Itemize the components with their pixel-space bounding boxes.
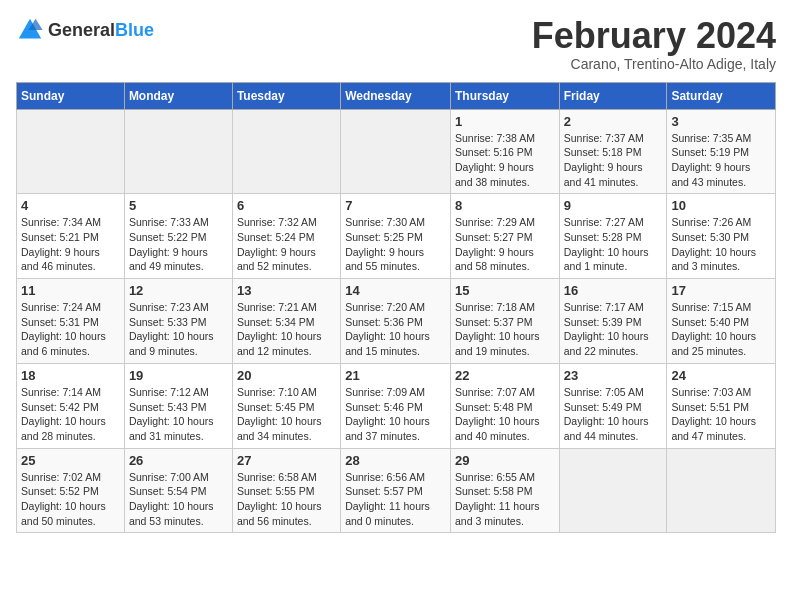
logo[interactable]: GeneralBlue	[16, 16, 154, 44]
calendar-cell: 29Sunrise: 6:55 AM Sunset: 5:58 PM Dayli…	[450, 448, 559, 533]
calendar-cell: 8Sunrise: 7:29 AM Sunset: 5:27 PM Daylig…	[450, 194, 559, 279]
calendar-week-5: 25Sunrise: 7:02 AM Sunset: 5:52 PM Dayli…	[17, 448, 776, 533]
day-info: Sunrise: 7:35 AM Sunset: 5:19 PM Dayligh…	[671, 131, 771, 190]
day-info: Sunrise: 7:09 AM Sunset: 5:46 PM Dayligh…	[345, 385, 446, 444]
calendar-cell: 21Sunrise: 7:09 AM Sunset: 5:46 PM Dayli…	[341, 363, 451, 448]
calendar-cell: 11Sunrise: 7:24 AM Sunset: 5:31 PM Dayli…	[17, 279, 125, 364]
calendar-cell: 22Sunrise: 7:07 AM Sunset: 5:48 PM Dayli…	[450, 363, 559, 448]
day-number: 24	[671, 368, 771, 383]
day-number: 15	[455, 283, 555, 298]
calendar-week-1: 1Sunrise: 7:38 AM Sunset: 5:16 PM Daylig…	[17, 109, 776, 194]
day-info: Sunrise: 7:27 AM Sunset: 5:28 PM Dayligh…	[564, 215, 663, 274]
logo-icon	[16, 16, 44, 44]
day-number: 22	[455, 368, 555, 383]
calendar-cell	[667, 448, 776, 533]
day-number: 6	[237, 198, 336, 213]
day-info: Sunrise: 7:07 AM Sunset: 5:48 PM Dayligh…	[455, 385, 555, 444]
calendar-cell: 23Sunrise: 7:05 AM Sunset: 5:49 PM Dayli…	[559, 363, 667, 448]
calendar-week-4: 18Sunrise: 7:14 AM Sunset: 5:42 PM Dayli…	[17, 363, 776, 448]
location: Carano, Trentino-Alto Adige, Italy	[532, 56, 776, 72]
calendar-cell: 9Sunrise: 7:27 AM Sunset: 5:28 PM Daylig…	[559, 194, 667, 279]
header-cell-sunday: Sunday	[17, 82, 125, 109]
day-info: Sunrise: 7:24 AM Sunset: 5:31 PM Dayligh…	[21, 300, 120, 359]
calendar-header: SundayMondayTuesdayWednesdayThursdayFrid…	[17, 82, 776, 109]
day-info: Sunrise: 7:20 AM Sunset: 5:36 PM Dayligh…	[345, 300, 446, 359]
day-number: 19	[129, 368, 228, 383]
calendar-week-2: 4Sunrise: 7:34 AM Sunset: 5:21 PM Daylig…	[17, 194, 776, 279]
calendar-cell: 17Sunrise: 7:15 AM Sunset: 5:40 PM Dayli…	[667, 279, 776, 364]
day-number: 17	[671, 283, 771, 298]
calendar-cell	[232, 109, 340, 194]
day-info: Sunrise: 7:00 AM Sunset: 5:54 PM Dayligh…	[129, 470, 228, 529]
day-info: Sunrise: 7:34 AM Sunset: 5:21 PM Dayligh…	[21, 215, 120, 274]
day-number: 9	[564, 198, 663, 213]
day-info: Sunrise: 7:33 AM Sunset: 5:22 PM Dayligh…	[129, 215, 228, 274]
day-info: Sunrise: 7:21 AM Sunset: 5:34 PM Dayligh…	[237, 300, 336, 359]
day-number: 13	[237, 283, 336, 298]
calendar-cell: 3Sunrise: 7:35 AM Sunset: 5:19 PM Daylig…	[667, 109, 776, 194]
header-cell-friday: Friday	[559, 82, 667, 109]
day-number: 10	[671, 198, 771, 213]
month-year: February 2024	[532, 16, 776, 56]
day-number: 21	[345, 368, 446, 383]
calendar-cell: 18Sunrise: 7:14 AM Sunset: 5:42 PM Dayli…	[17, 363, 125, 448]
day-number: 12	[129, 283, 228, 298]
logo-text: GeneralBlue	[48, 20, 154, 41]
day-number: 7	[345, 198, 446, 213]
day-info: Sunrise: 7:15 AM Sunset: 5:40 PM Dayligh…	[671, 300, 771, 359]
header-cell-tuesday: Tuesday	[232, 82, 340, 109]
page-header: GeneralBlue February 2024 Carano, Trenti…	[16, 16, 776, 72]
calendar-cell: 12Sunrise: 7:23 AM Sunset: 5:33 PM Dayli…	[124, 279, 232, 364]
calendar-cell: 20Sunrise: 7:10 AM Sunset: 5:45 PM Dayli…	[232, 363, 340, 448]
day-info: Sunrise: 7:30 AM Sunset: 5:25 PM Dayligh…	[345, 215, 446, 274]
calendar-cell: 2Sunrise: 7:37 AM Sunset: 5:18 PM Daylig…	[559, 109, 667, 194]
day-info: Sunrise: 7:37 AM Sunset: 5:18 PM Dayligh…	[564, 131, 663, 190]
day-info: Sunrise: 7:18 AM Sunset: 5:37 PM Dayligh…	[455, 300, 555, 359]
calendar-cell	[559, 448, 667, 533]
header-cell-thursday: Thursday	[450, 82, 559, 109]
header-cell-wednesday: Wednesday	[341, 82, 451, 109]
calendar-cell: 24Sunrise: 7:03 AM Sunset: 5:51 PM Dayli…	[667, 363, 776, 448]
header-row: SundayMondayTuesdayWednesdayThursdayFrid…	[17, 82, 776, 109]
calendar-cell: 15Sunrise: 7:18 AM Sunset: 5:37 PM Dayli…	[450, 279, 559, 364]
day-number: 16	[564, 283, 663, 298]
day-number: 18	[21, 368, 120, 383]
day-number: 4	[21, 198, 120, 213]
calendar-cell: 13Sunrise: 7:21 AM Sunset: 5:34 PM Dayli…	[232, 279, 340, 364]
calendar-cell	[124, 109, 232, 194]
day-number: 29	[455, 453, 555, 468]
day-info: Sunrise: 7:38 AM Sunset: 5:16 PM Dayligh…	[455, 131, 555, 190]
day-info: Sunrise: 6:58 AM Sunset: 5:55 PM Dayligh…	[237, 470, 336, 529]
calendar-cell: 26Sunrise: 7:00 AM Sunset: 5:54 PM Dayli…	[124, 448, 232, 533]
header-cell-saturday: Saturday	[667, 82, 776, 109]
day-info: Sunrise: 7:26 AM Sunset: 5:30 PM Dayligh…	[671, 215, 771, 274]
calendar-cell: 25Sunrise: 7:02 AM Sunset: 5:52 PM Dayli…	[17, 448, 125, 533]
day-number: 23	[564, 368, 663, 383]
day-number: 5	[129, 198, 228, 213]
calendar-cell	[341, 109, 451, 194]
calendar-cell: 10Sunrise: 7:26 AM Sunset: 5:30 PM Dayli…	[667, 194, 776, 279]
day-info: Sunrise: 7:23 AM Sunset: 5:33 PM Dayligh…	[129, 300, 228, 359]
calendar-cell	[17, 109, 125, 194]
calendar-cell: 14Sunrise: 7:20 AM Sunset: 5:36 PM Dayli…	[341, 279, 451, 364]
day-info: Sunrise: 7:03 AM Sunset: 5:51 PM Dayligh…	[671, 385, 771, 444]
day-info: Sunrise: 6:55 AM Sunset: 5:58 PM Dayligh…	[455, 470, 555, 529]
day-info: Sunrise: 7:12 AM Sunset: 5:43 PM Dayligh…	[129, 385, 228, 444]
calendar-cell: 16Sunrise: 7:17 AM Sunset: 5:39 PM Dayli…	[559, 279, 667, 364]
day-info: Sunrise: 7:10 AM Sunset: 5:45 PM Dayligh…	[237, 385, 336, 444]
calendar-cell: 5Sunrise: 7:33 AM Sunset: 5:22 PM Daylig…	[124, 194, 232, 279]
calendar-body: 1Sunrise: 7:38 AM Sunset: 5:16 PM Daylig…	[17, 109, 776, 533]
day-number: 28	[345, 453, 446, 468]
calendar-table: SundayMondayTuesdayWednesdayThursdayFrid…	[16, 82, 776, 534]
day-info: Sunrise: 7:05 AM Sunset: 5:49 PM Dayligh…	[564, 385, 663, 444]
day-info: Sunrise: 7:14 AM Sunset: 5:42 PM Dayligh…	[21, 385, 120, 444]
day-number: 25	[21, 453, 120, 468]
day-info: Sunrise: 7:02 AM Sunset: 5:52 PM Dayligh…	[21, 470, 120, 529]
calendar-cell: 6Sunrise: 7:32 AM Sunset: 5:24 PM Daylig…	[232, 194, 340, 279]
calendar-cell: 19Sunrise: 7:12 AM Sunset: 5:43 PM Dayli…	[124, 363, 232, 448]
day-info: Sunrise: 7:32 AM Sunset: 5:24 PM Dayligh…	[237, 215, 336, 274]
calendar-cell: 7Sunrise: 7:30 AM Sunset: 5:25 PM Daylig…	[341, 194, 451, 279]
day-info: Sunrise: 6:56 AM Sunset: 5:57 PM Dayligh…	[345, 470, 446, 529]
calendar-cell: 4Sunrise: 7:34 AM Sunset: 5:21 PM Daylig…	[17, 194, 125, 279]
day-info: Sunrise: 7:17 AM Sunset: 5:39 PM Dayligh…	[564, 300, 663, 359]
